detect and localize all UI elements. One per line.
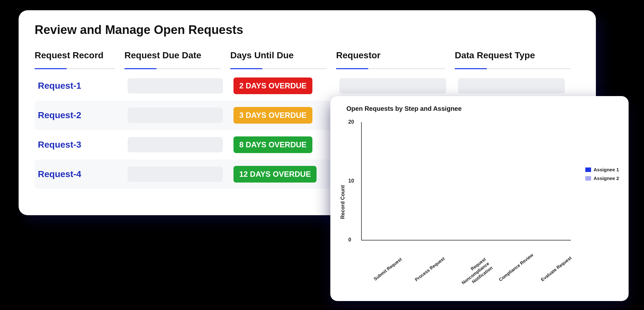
request-record-link[interactable]: Request-2	[38, 110, 128, 120]
x-tick-label: Evaluate Request	[540, 257, 578, 291]
chart-area: Record Count 01020 Submit RequestProcess…	[340, 119, 619, 285]
due-date-placeholder	[128, 167, 223, 182]
due-date-placeholder	[128, 108, 223, 123]
y-tick-label: 20	[348, 119, 354, 125]
chart-legend: Assignee 1 Assignee 2	[585, 167, 619, 184]
overdue-badge: 2 DAYS OVERDUE	[233, 78, 312, 94]
x-axis-labels: Submit RequestProcess RequestRequest Non…	[361, 244, 571, 260]
column-header-due-date[interactable]: Request Due Date	[124, 46, 230, 69]
legend-swatch-icon	[585, 167, 591, 172]
y-tick-label: 10	[348, 178, 354, 184]
request-record-link[interactable]: Request-4	[38, 169, 128, 179]
chart-title: Open Requests by Step and Assignee	[346, 105, 619, 112]
due-date-placeholder	[128, 78, 223, 94]
due-date-placeholder	[128, 137, 223, 152]
column-header-days-until-due[interactable]: Days Until Due	[230, 46, 336, 69]
x-tick-label: Compliance Review	[498, 257, 536, 291]
column-header-requestor[interactable]: Requestor	[336, 46, 455, 69]
y-tick-label: 0	[348, 237, 351, 243]
table-header-row: Request Record Request Due Date Days Unt…	[35, 46, 580, 69]
chart-plot: 01020	[361, 122, 571, 241]
y-axis-label: Record Count	[340, 185, 346, 219]
overdue-badge: 12 DAYS OVERDUE	[233, 166, 317, 183]
x-tick-label: Request Noncompliance Notification	[456, 257, 494, 291]
table-title: Review and Manage Open Requests	[35, 23, 580, 37]
legend-item-assignee-2[interactable]: Assignee 2	[585, 175, 619, 181]
request-record-link[interactable]: Request-3	[38, 140, 128, 150]
legend-swatch-icon	[585, 176, 591, 181]
request-record-link[interactable]: Request-1	[38, 81, 128, 91]
legend-item-assignee-1[interactable]: Assignee 1	[585, 167, 619, 172]
x-tick-label: Process Request	[414, 257, 452, 291]
requestor-placeholder	[339, 78, 446, 94]
column-header-record[interactable]: Request Record	[35, 46, 124, 69]
request-type-placeholder	[458, 78, 565, 94]
x-tick-label: Submit Request	[372, 257, 410, 291]
overdue-badge: 3 DAYS OVERDUE	[233, 107, 312, 124]
open-requests-chart-card: Open Requests by Step and Assignee Recor…	[330, 96, 629, 301]
column-header-request-type[interactable]: Data Request Type	[455, 46, 580, 69]
overdue-badge: 8 DAYS OVERDUE	[233, 136, 312, 153]
